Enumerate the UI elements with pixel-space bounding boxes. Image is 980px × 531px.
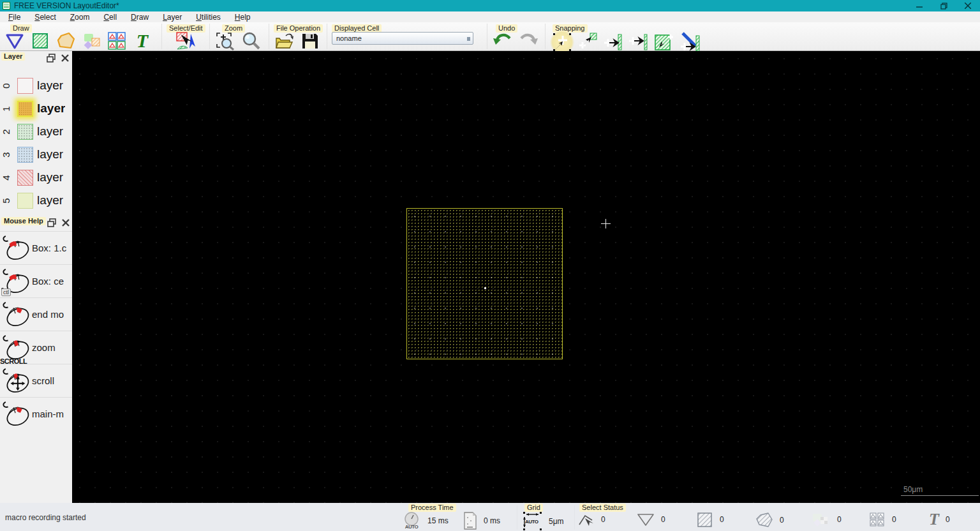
snap-line-button[interactable] <box>678 31 702 53</box>
process-time-auto-value: 15 ms <box>427 516 449 525</box>
snap-edge-button[interactable] <box>601 31 625 53</box>
layer-swatch[interactable] <box>17 147 33 163</box>
path-tool-button[interactable] <box>4 31 26 50</box>
status-bar: macro recording started Process Time AUT… <box>0 503 980 531</box>
mouse-help-label: scroll <box>32 375 54 386</box>
mouse-help-label: Box: 1.c <box>32 243 66 253</box>
layer-panel-close-button[interactable] <box>59 52 71 64</box>
layer-row-2[interactable]: 2 layer <box>0 120 72 143</box>
open-file-button[interactable] <box>274 31 295 50</box>
toolbar-separator <box>327 24 327 49</box>
snap-area-button[interactable] <box>652 31 676 53</box>
cell-boundary-box[interactable] <box>406 208 563 359</box>
app-icon <box>3 2 10 10</box>
undo-icon <box>493 32 513 50</box>
text-tool-button[interactable]: T <box>131 31 153 50</box>
displayed-cell-select[interactable]: noname <box>332 32 473 45</box>
menu-zoom[interactable]: Zoom <box>63 13 97 22</box>
layer-row-5[interactable]: 5 layer <box>0 189 72 212</box>
toolbar-section-select-edit: Select/Edit <box>163 22 209 50</box>
mouse-help-float-button[interactable] <box>46 217 57 228</box>
layer-row-1[interactable]: 1 layer <box>0 97 72 120</box>
layer-panel: Layer 0 layer <box>0 51 72 212</box>
layer-swatch[interactable] <box>17 78 33 94</box>
select-count-polygons: 0 <box>755 512 784 528</box>
mouse-help-item-box: Box: 1.c <box>0 231 72 264</box>
zoom-region-button[interactable] <box>214 31 236 50</box>
cellref-tool-button[interactable] <box>106 31 128 50</box>
select-count-paths: 0 <box>637 512 665 527</box>
close-button[interactable] <box>956 0 980 11</box>
mouse-help-item-end: end mo <box>0 297 72 331</box>
layer-swatch[interactable] <box>17 193 33 209</box>
select-count-cellrefs: 0 <box>812 512 842 527</box>
zoom-button[interactable] <box>240 31 262 50</box>
select-cellref-icon <box>812 512 831 527</box>
document-icon <box>463 512 477 530</box>
redo-button[interactable] <box>517 31 539 50</box>
left-dock: Layer 0 layer <box>0 51 72 503</box>
close-icon <box>61 54 69 62</box>
grid-auto-icon: AUTO <box>523 512 542 531</box>
mouse-help-label: Box: ce <box>32 276 64 287</box>
snap-edge2-button[interactable] <box>627 31 651 53</box>
undo-button[interactable] <box>492 31 514 50</box>
select-edit-icon <box>175 31 197 50</box>
menu-select[interactable]: Select <box>27 13 63 22</box>
polygon-tool-icon <box>56 31 76 50</box>
toolbar-section-undo: Undo <box>488 22 544 50</box>
select-text-icon: T <box>929 512 939 527</box>
menu-utilities[interactable]: Utilities <box>189 13 228 22</box>
menu-draw[interactable]: Draw <box>124 13 156 22</box>
origin-dot <box>484 287 486 289</box>
menu-cell[interactable]: Cell <box>96 13 124 22</box>
layer-panel-float-button[interactable] <box>45 52 57 64</box>
select-edit-button[interactable] <box>175 31 197 50</box>
layer-swatch-selected[interactable] <box>17 101 33 117</box>
box-tool-icon <box>31 32 50 50</box>
window-controls <box>907 0 980 11</box>
mouse-left-button-icon <box>0 234 33 262</box>
layer-index: 2 <box>1 126 11 137</box>
layer-row-3[interactable]: 3 layer <box>0 143 72 166</box>
mouse-right-button-icon <box>0 301 33 329</box>
toolbar-section-displayed-cell: Displayed Cell noname <box>328 22 486 50</box>
select-point-icon <box>578 512 595 527</box>
snap-grid-button[interactable] <box>550 31 574 53</box>
select-arrayref-icon <box>869 512 886 527</box>
menu-help[interactable]: Help <box>228 13 258 22</box>
select-count-arrayrefs: 0 <box>869 512 896 527</box>
layer-label: layer <box>37 124 63 138</box>
auto-gauge-icon: AUTO <box>402 512 421 530</box>
layer-row-4[interactable]: 4 layer <box>0 166 72 189</box>
shapes-tool-button[interactable] <box>80 31 102 50</box>
mouse-help-close-button[interactable] <box>60 217 71 228</box>
minimize-button[interactable] <box>907 0 932 11</box>
polygon-tool-button[interactable] <box>55 31 77 50</box>
menu-layer[interactable]: Layer <box>156 13 189 22</box>
process-time-label: Process Time <box>408 504 456 512</box>
cellref-tool-icon <box>107 32 126 50</box>
select-count-points: 0 <box>578 512 605 527</box>
maximize-button[interactable] <box>932 0 956 11</box>
snap-corner-button[interactable] <box>575 31 600 53</box>
layout-canvas[interactable]: 50μm <box>72 51 980 503</box>
box-tool-button[interactable] <box>29 31 51 50</box>
path-tool-icon <box>5 32 24 50</box>
mouse-help-label: end mo <box>32 309 64 320</box>
float-icon <box>47 54 56 63</box>
menu-file[interactable]: File <box>1 13 27 22</box>
zoom-region-icon <box>215 31 235 50</box>
layer-panel-title: Layer <box>1 52 25 61</box>
select-count-boxes: 0 <box>697 512 724 527</box>
layer-swatch[interactable] <box>17 124 33 140</box>
mouse-right-button-icon <box>0 400 33 428</box>
save-file-icon <box>301 32 320 50</box>
save-file-button[interactable] <box>299 31 321 50</box>
status-message: macro recording started <box>5 513 86 522</box>
toolbar: Draw <box>0 22 980 51</box>
layer-index: 3 <box>1 149 11 160</box>
layer-row-0[interactable]: 0 layer <box>0 74 72 97</box>
layer-index: 0 <box>1 80 11 91</box>
layer-swatch[interactable] <box>17 170 33 186</box>
